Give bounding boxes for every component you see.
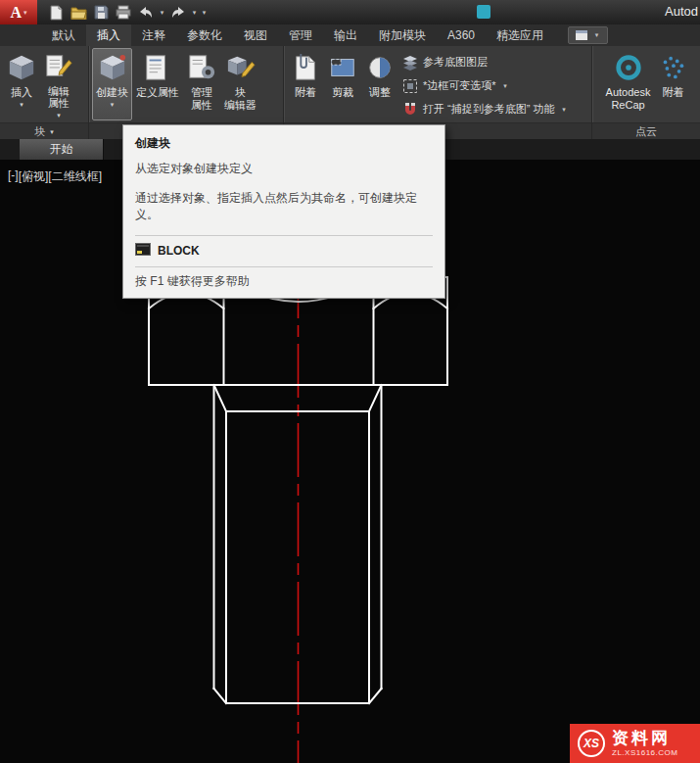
block-editor-label: 块 编辑器 bbox=[224, 86, 257, 111]
snap-to-underlays-button[interactable]: 打开 “捕捉到参考底图” 功能 ▾ bbox=[402, 99, 568, 119]
frame-options-label: *边框可变选项* bbox=[423, 78, 496, 93]
new-file-button[interactable] bbox=[45, 3, 67, 23]
tab-annotate[interactable]: 注释 bbox=[131, 24, 176, 46]
redo-button[interactable] bbox=[167, 3, 189, 23]
recap-icon bbox=[614, 51, 643, 84]
pointcloud-attach-icon bbox=[658, 51, 687, 84]
panel-block-content: 插入 ▾ 编辑 属性 ▾ bbox=[0, 46, 88, 122]
ribbon-options-caret: ▾ bbox=[592, 31, 601, 39]
block-editor-button[interactable]: 块 编辑器 bbox=[220, 48, 260, 120]
visual-style-control[interactable]: [二维线框] bbox=[48, 168, 102, 185]
panel-label-pointcloud[interactable]: 点云 bbox=[592, 122, 700, 139]
ribbon-options-button[interactable]: ▾ bbox=[568, 26, 608, 44]
adjust-icon bbox=[365, 51, 395, 84]
snap-magnet-icon bbox=[402, 102, 418, 118]
insert-label: 插入 bbox=[11, 86, 32, 99]
tab-parametric[interactable]: 参数化 bbox=[176, 24, 233, 46]
tab-a360[interactable]: A360 bbox=[437, 24, 486, 46]
adjust-button[interactable]: 调整 bbox=[361, 48, 398, 120]
infocenter-icon[interactable] bbox=[477, 5, 490, 19]
insert-caret-icon: ▾ bbox=[20, 101, 23, 109]
panel-block-title: 块 bbox=[34, 124, 45, 139]
attach-button[interactable]: 附着 bbox=[287, 48, 324, 120]
app-menu-caret-icon: ▾ bbox=[23, 9, 27, 17]
new-file-icon bbox=[49, 5, 64, 21]
watermark-text: 资料网 ZL.XS1616.COM bbox=[612, 730, 677, 757]
tab-manage[interactable]: 管理 bbox=[278, 24, 323, 46]
reference-options-column: 参考底图图层 *边框可变选项* ▾ 打开 “捕捉到参考底图” 功能 bbox=[398, 48, 568, 119]
manage-attributes-button[interactable]: 管理 属性 bbox=[183, 48, 220, 120]
ribbon-state-icon bbox=[575, 29, 588, 41]
panel-pointcloud: Autodesk ReCap 附着 点云 bbox=[592, 46, 700, 139]
snap-caret-icon: ▾ bbox=[559, 106, 568, 114]
redo-dropdown-caret[interactable]: ▾ bbox=[190, 9, 199, 17]
titlebar: A ▾ ▾ ▾ ▾ Auto bbox=[0, 0, 700, 24]
tab-insert[interactable]: 插入 bbox=[86, 24, 131, 46]
frame-options-button[interactable]: *边框可变选项* ▾ bbox=[402, 75, 568, 96]
tab-featured-apps[interactable]: 精选应用 bbox=[486, 24, 554, 46]
save-button[interactable] bbox=[90, 3, 112, 23]
define-attributes-icon bbox=[143, 51, 172, 84]
frame-options-caret-icon: ▾ bbox=[501, 82, 510, 90]
recap-label: Autodesk ReCap bbox=[606, 86, 651, 111]
edit-attributes-button[interactable]: 编辑 属性 ▾ bbox=[40, 48, 77, 120]
create-block-tooltip: 创建块 从选定对象创建块定义 通过选择对象、指定插入点然后为其命名，可创建块定义… bbox=[122, 124, 445, 299]
tab-addins[interactable]: 附加模块 bbox=[368, 24, 437, 46]
open-file-button[interactable] bbox=[68, 3, 89, 23]
watermark-site-url: ZL.XS1616.COM bbox=[612, 748, 677, 757]
manage-attributes-label: 管理 属性 bbox=[191, 86, 212, 111]
undo-dropdown-caret[interactable]: ▾ bbox=[158, 9, 166, 17]
panel-block: 插入 ▾ 编辑 属性 ▾ 块 ▾ bbox=[0, 46, 88, 139]
application-menu-button[interactable]: A ▾ bbox=[0, 0, 37, 24]
edit-attributes-caret-icon: ▾ bbox=[57, 112, 61, 119]
snap-to-underlays-label: 打开 “捕捉到参考底图” 功能 bbox=[423, 102, 554, 117]
underlay-layers-button[interactable]: 参考底图图层 bbox=[402, 52, 568, 72]
file-tab-start[interactable]: 开始 bbox=[20, 139, 104, 160]
edit-attributes-icon bbox=[44, 51, 73, 83]
clip-label: 剪裁 bbox=[332, 86, 353, 99]
undo-button[interactable] bbox=[135, 3, 157, 23]
edit-attributes-label: 编辑 属性 bbox=[48, 85, 70, 110]
tooltip-summary: 从选定对象创建块定义 bbox=[135, 161, 433, 177]
printer-icon bbox=[116, 5, 131, 20]
undo-arrow-icon bbox=[138, 6, 154, 20]
attach-icon bbox=[291, 51, 320, 84]
autocad-logo: A bbox=[10, 4, 22, 22]
plot-button[interactable] bbox=[113, 3, 134, 23]
panel-label-block[interactable]: 块 ▾ bbox=[0, 122, 88, 139]
create-block-icon bbox=[98, 51, 127, 84]
watermark-site-name: 资料网 bbox=[612, 730, 677, 748]
tooltip-help-text: 按 F1 键获得更多帮助 bbox=[135, 266, 433, 290]
tooltip-command-name: BLOCK bbox=[158, 244, 200, 258]
tab-output[interactable]: 输出 bbox=[323, 24, 368, 46]
ribbon-tab-bar: 默认 插入 注释 参数化 视图 管理 输出 附加模块 A360 精选应用 ▾ bbox=[0, 24, 700, 46]
panel-blockdef-content: 创建块 ▾ 定义属性 管理 属性 bbox=[89, 46, 283, 122]
view-control[interactable]: [俯视] bbox=[19, 168, 49, 185]
create-block-button[interactable]: 创建块 ▾ bbox=[92, 48, 132, 120]
pointcloud-attach-button[interactable]: 附着 bbox=[654, 48, 691, 120]
insert-block-icon bbox=[7, 51, 36, 84]
panel-block-caret-icon: ▾ bbox=[50, 128, 54, 136]
save-icon bbox=[94, 5, 109, 20]
redo-arrow-icon bbox=[170, 6, 186, 20]
clip-icon bbox=[328, 51, 357, 84]
underlay-layers-label: 参考底图图层 bbox=[423, 55, 488, 70]
frame-options-icon bbox=[402, 78, 418, 94]
create-block-caret-icon: ▾ bbox=[111, 101, 115, 109]
underlay-layers-icon bbox=[402, 55, 418, 71]
tab-default[interactable]: 默认 bbox=[41, 24, 86, 46]
clip-button[interactable]: 剪裁 bbox=[324, 48, 361, 120]
insert-block-button[interactable]: 插入 ▾ bbox=[3, 48, 40, 120]
quick-access-toolbar: ▾ ▾ ▾ bbox=[45, 3, 209, 23]
autodesk-recap-button[interactable]: Autodesk ReCap bbox=[602, 48, 655, 120]
panel-reference-content: 附着 剪裁 调整 bbox=[284, 46, 591, 122]
define-attributes-button[interactable]: 定义属性 bbox=[132, 48, 183, 120]
block-command-icon bbox=[135, 243, 151, 259]
adjust-label: 调整 bbox=[369, 86, 391, 99]
tooltip-command-row: BLOCK bbox=[135, 235, 433, 259]
qat-customize-caret[interactable]: ▾ bbox=[200, 9, 209, 17]
tab-view[interactable]: 视图 bbox=[233, 24, 278, 46]
block-editor-icon bbox=[226, 51, 256, 84]
viewport-menu-control[interactable]: [-] bbox=[8, 168, 19, 185]
pointcloud-attach-label: 附着 bbox=[662, 86, 683, 99]
